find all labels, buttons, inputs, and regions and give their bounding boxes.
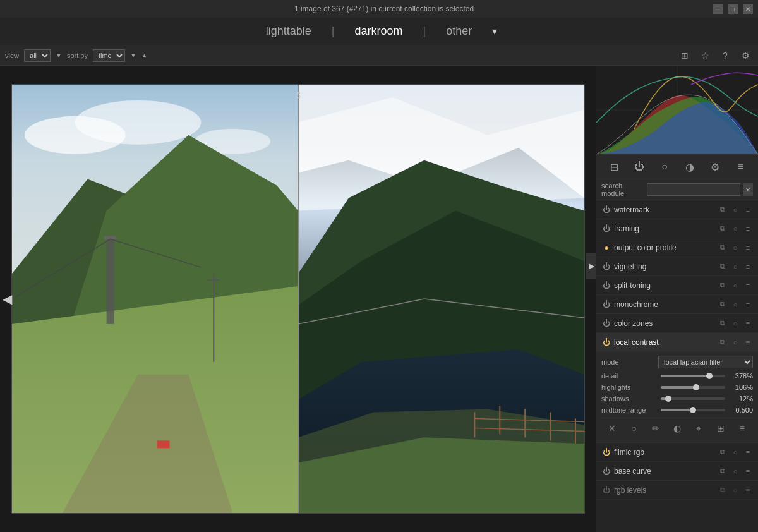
shadows-slider-track[interactable] — [661, 397, 725, 400]
module-color-zones-reset[interactable]: ○ — [730, 318, 740, 329]
module-split-toning-reset[interactable]: ○ — [730, 281, 740, 291]
module-filmic-rgb-copy[interactable]: ⧉ — [718, 447, 728, 457]
module-color-zones-power[interactable]: ⏻ — [601, 318, 611, 329]
module-framing-copy[interactable]: ⧉ — [718, 224, 728, 234]
module-local-contrast-reset[interactable]: ○ — [730, 337, 740, 348]
detail-slider-thumb[interactable] — [706, 373, 713, 379]
module-vignetting-reset[interactable]: ○ — [730, 262, 740, 272]
midtone-range-slider-thumb[interactable] — [690, 407, 696, 413]
maximize-button[interactable]: □ — [728, 4, 738, 14]
module-output-color-profile-copy[interactable]: ⧉ — [718, 243, 728, 253]
module-vignetting-menu[interactable]: ≡ — [743, 262, 753, 272]
star-icon-button[interactable]: ☆ — [697, 48, 713, 63]
module-rgb-levels-copy[interactable]: ⧉ — [718, 485, 728, 495]
module-base-curve-menu[interactable]: ≡ — [743, 466, 753, 476]
header-nav: lighttable | darkroom | other ▾ — [0, 18, 758, 45]
module-split-toning[interactable]: ⏻ split-toning ⧉ ○ ≡ — [596, 276, 758, 295]
sort-direction[interactable]: ▲ — [141, 52, 148, 59]
module-base-curve[interactable]: ⏻ base curve ⧉ ○ ≡ — [596, 462, 758, 481]
image-container: ◀ — [0, 66, 596, 532]
module-output-color-profile-reset[interactable]: ○ — [730, 243, 740, 253]
module-output-color-profile-menu[interactable]: ≡ — [743, 243, 753, 253]
module-monochrome[interactable]: ⏻ monochrome ⧉ ○ ≡ — [596, 295, 758, 314]
search-clear-button[interactable]: ✕ — [743, 183, 754, 196]
lc-close-button[interactable]: ✕ — [605, 421, 620, 436]
module-rgb-levels-menu[interactable]: ≡ — [743, 485, 753, 495]
module-rgb-levels-power[interactable]: ⏻ — [601, 485, 611, 495]
module-framing-power[interactable]: ⏻ — [601, 224, 611, 234]
highlights-slider-track[interactable] — [661, 386, 725, 389]
module-framing[interactable]: ⏻ framing ⧉ ○ ≡ — [596, 219, 758, 238]
module-vignetting[interactable]: ⏻ vignetting ⧉ ○ ≡ — [596, 257, 758, 276]
module-filmic-rgb-menu[interactable]: ≡ — [743, 447, 753, 457]
lc-grid-button[interactable]: ⊞ — [713, 421, 728, 436]
view-dropdown[interactable]: all — [24, 49, 51, 62]
module-local-contrast-power[interactable]: ⏻ — [601, 337, 611, 348]
module-monochrome-reset[interactable]: ○ — [730, 299, 740, 310]
sliders-icon-button[interactable]: ⊟ — [605, 157, 623, 176]
detail-slider-track[interactable] — [661, 375, 725, 377]
right-edge-arrow[interactable]: ▶ — [586, 253, 596, 279]
module-watermark-copy[interactable]: ⧉ — [718, 205, 728, 215]
halfcircle-icon-button[interactable]: ◑ — [680, 157, 699, 176]
module-watermark-power[interactable]: ⏻ — [601, 205, 611, 215]
settings-icon-button[interactable]: ⚙ — [738, 48, 753, 63]
mode-select[interactable]: local laplacian filter bilateral filter — [658, 356, 753, 368]
module-framing-menu[interactable]: ≡ — [743, 224, 753, 234]
module-split-toning-menu[interactable]: ≡ — [743, 281, 753, 291]
search-module-input[interactable] — [647, 183, 740, 196]
grid-icon-button[interactable]: ⊞ — [677, 48, 692, 63]
circle-icon-button[interactable]: ○ — [655, 157, 674, 176]
lc-gradient-button[interactable]: ◐ — [670, 421, 685, 436]
module-watermark[interactable]: ⏻ watermark ⧉ ○ ≡ — [596, 200, 758, 219]
lc-menu-button[interactable]: ≡ — [735, 421, 750, 436]
module-local-contrast-copy[interactable]: ⧉ — [718, 337, 728, 348]
shadows-slider-thumb[interactable] — [665, 396, 671, 402]
module-color-zones-copy[interactable]: ⧉ — [718, 318, 728, 329]
module-split-toning-copy[interactable]: ⧉ — [718, 281, 728, 291]
module-watermark-reset[interactable]: ○ — [730, 205, 740, 215]
module-base-curve-copy[interactable]: ⧉ — [718, 466, 728, 476]
mode-other[interactable]: other — [441, 22, 477, 40]
menu-icon-button[interactable]: ≡ — [731, 157, 750, 176]
split-line[interactable] — [298, 85, 299, 513]
lc-circle-button[interactable]: ○ — [626, 421, 641, 436]
module-monochrome-menu[interactable]: ≡ — [743, 299, 753, 310]
module-filmic-rgb[interactable]: ⏻ filmic rgb ⧉ ○ ≡ — [596, 443, 758, 462]
module-monochrome-copy[interactable]: ⧉ — [718, 299, 728, 310]
module-filmic-rgb-power[interactable]: ⏻ — [601, 447, 611, 457]
lc-pencil-button[interactable]: ✏ — [648, 421, 663, 436]
module-output-color-profile-power[interactable]: ● — [601, 243, 611, 253]
module-local-contrast-menu[interactable]: ≡ — [743, 337, 753, 348]
module-color-zones[interactable]: ⏻ color zones ⧉ ○ ≡ — [596, 314, 758, 333]
module-local-contrast[interactable]: ⏻ local contrast ⧉ ○ ≡ — [596, 333, 758, 352]
left-nav-arrow[interactable]: ◀ — [3, 291, 12, 306]
mode-darkroom[interactable]: darkroom — [350, 22, 408, 40]
highlights-slider-thumb[interactable] — [693, 384, 699, 390]
mode-dropdown-button[interactable]: ▾ — [492, 25, 497, 37]
power-icon-button[interactable]: ⏻ — [630, 157, 649, 176]
module-output-color-profile[interactable]: ● output color profile ⧉ ○ ≡ — [596, 238, 758, 257]
module-color-zones-menu[interactable]: ≡ — [743, 318, 753, 329]
module-monochrome-power[interactable]: ⏻ — [601, 299, 611, 310]
module-filmic-rgb-reset[interactable]: ○ — [730, 447, 740, 457]
module-base-curve-reset[interactable]: ○ — [730, 466, 740, 476]
gear-icon-button[interactable]: ⚙ — [706, 157, 725, 176]
module-vignetting-power[interactable]: ⏻ — [601, 262, 611, 272]
minimize-button[interactable]: ─ — [713, 4, 723, 14]
module-vignetting-copy[interactable]: ⧉ — [718, 262, 728, 272]
module-base-curve-power[interactable]: ⏻ — [601, 466, 611, 476]
module-rgb-levels[interactable]: ⏻ rgb levels ⧉ ○ ≡ — [596, 481, 758, 500]
mode-lighttable[interactable]: lighttable — [261, 22, 316, 40]
module-framing-reset[interactable]: ○ — [730, 224, 740, 234]
lc-parametric-button[interactable]: ⌖ — [691, 421, 706, 436]
module-watermark-menu[interactable]: ≡ — [743, 205, 753, 215]
module-rgb-levels-reset[interactable]: ○ — [730, 485, 740, 495]
close-button[interactable]: ✕ — [743, 4, 753, 14]
midtone-range-slider-track[interactable] — [661, 409, 725, 411]
help-icon-button[interactable]: ? — [718, 48, 733, 63]
sort-dropdown[interactable]: time — [93, 49, 125, 62]
midtone-range-slider-fill — [661, 409, 693, 411]
module-split-toning-power[interactable]: ⏻ — [601, 281, 611, 291]
midtone-range-value: 0.500 — [728, 406, 753, 414]
